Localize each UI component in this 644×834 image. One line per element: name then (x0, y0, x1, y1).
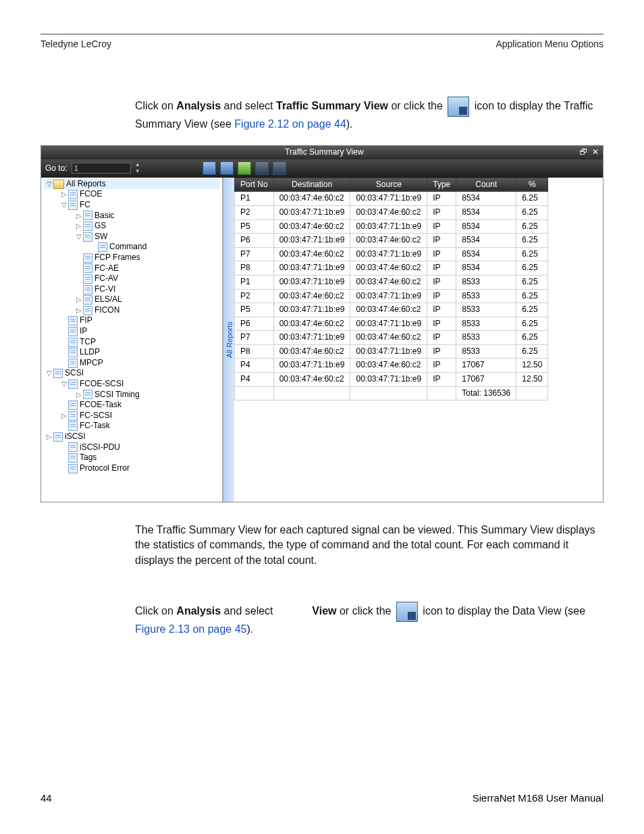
column-header[interactable]: Port No (235, 178, 274, 192)
xref-link-2[interactable]: Figure 2.13 on page 45 (135, 623, 246, 635)
tree-item[interactable]: ▷iSCSI (44, 432, 219, 442)
report-tree[interactable]: ▽All Reports▷FCOE▽FC▷Basic▷GS▽SWCommandF… (41, 178, 223, 502)
expand-icon[interactable]: ▷ (76, 306, 83, 315)
report-icon (68, 316, 78, 325)
expand-icon[interactable]: ▷ (76, 211, 83, 220)
table-row[interactable]: P600:03:47:71:1b:e900:03:47:4e:60:c2IP85… (235, 234, 548, 248)
table-cell: P8 (235, 344, 274, 359)
tree-item[interactable]: Protocol Error (44, 463, 219, 474)
tree-item[interactable]: ▽SW (44, 232, 219, 242)
tree-item[interactable]: ▷FC-SCSI (44, 411, 219, 421)
tree-item[interactable]: ▽SCSI (44, 368, 219, 379)
column-header[interactable]: % (516, 178, 548, 192)
tree-item-label: iSCSI (65, 432, 86, 441)
goto-input[interactable] (72, 163, 131, 174)
tsv-label: Traffic Summary View (276, 100, 388, 111)
table-row[interactable]: P100:03:47:71:1b:e900:03:47:4e:60:c2IP85… (235, 275, 548, 289)
tree-item[interactable]: FC-VI (44, 284, 219, 295)
tree-item-label: FC (80, 200, 90, 209)
tree-item[interactable]: TCP (44, 337, 219, 348)
table-row[interactable]: P700:03:47:71:1b:e900:03:47:4e:60:c2IP85… (235, 331, 548, 345)
tree-item[interactable]: FC-AE (44, 263, 219, 274)
tree-item[interactable]: FCP Frames (44, 253, 219, 263)
save-icon[interactable] (220, 161, 234, 175)
table-row[interactable]: P800:03:47:4e:60:c200:03:47:71:1b:e9IP85… (235, 344, 548, 359)
data-view-icon (396, 602, 418, 622)
table-row[interactable]: P200:03:47:4e:60:c200:03:47:71:1b:e9IP85… (235, 289, 548, 303)
table-row[interactable]: P500:03:47:4e:60:c200:03:47:71:1b:e9IP85… (235, 219, 548, 234)
report-icon (83, 274, 92, 284)
tree-item[interactable]: Tags (44, 452, 219, 463)
report-icon (83, 232, 92, 242)
table-row[interactable]: P800:03:47:71:1b:e900:03:47:4e:60:c2IP85… (235, 261, 548, 276)
collapse-icon[interactable]: ▽ (47, 180, 53, 188)
titlebar: Traffic Summary View 🗗 ✕ (41, 146, 603, 159)
tree-item-label: FIP (80, 315, 92, 325)
report-icon (68, 442, 78, 452)
collapse-icon[interactable]: ▽ (47, 369, 53, 377)
report-icon (68, 190, 78, 199)
tree-item[interactable]: iSCSI-PDU (44, 442, 219, 453)
report-icon (68, 359, 78, 368)
tree-item[interactable]: ▷GS (44, 221, 219, 232)
tree-item[interactable]: FCOE-Task (44, 400, 219, 411)
tree-item[interactable]: MPCP (44, 358, 219, 369)
tree-item[interactable]: ▷ELS/AL (44, 294, 219, 305)
collapse-icon[interactable]: ▽ (76, 232, 83, 241)
table-cell: 8533 (456, 275, 516, 289)
tree-item[interactable]: ▷Basic (44, 211, 219, 221)
collapse-icon[interactable]: ▽ (61, 201, 68, 209)
expand-icon[interactable]: ▷ (76, 221, 83, 230)
table-row[interactable]: P100:03:47:4e:60:c200:03:47:71:1b:e9IP85… (235, 192, 548, 206)
restore-icon[interactable]: 🗗 (579, 147, 587, 158)
expand-icon[interactable]: ▷ (61, 411, 68, 420)
side-tab-all-reports[interactable]: All Reports (223, 178, 234, 502)
table-row[interactable]: P600:03:47:4e:60:c200:03:47:71:1b:e9IP85… (235, 317, 548, 331)
table-row[interactable]: P400:03:47:71:1b:e900:03:47:4e:60:c2IP17… (235, 359, 548, 373)
column-header[interactable]: Source (350, 178, 427, 192)
data-pane: Port NoDestinationSourceTypeCount%P100:0… (234, 178, 548, 502)
table-row[interactable]: P700:03:47:4e:60:c200:03:47:71:1b:e9IP85… (235, 247, 548, 261)
table-cell: IP (427, 303, 456, 317)
report-icon (98, 242, 107, 252)
tree-item[interactable]: FC-Task (44, 421, 219, 432)
expand-icon[interactable]: ▷ (47, 432, 53, 441)
tree-item[interactable]: LLDP (44, 347, 219, 358)
expand-icon[interactable]: ▷ (76, 295, 83, 304)
collapse-icon[interactable]: ▽ (61, 380, 68, 388)
play-icon[interactable] (203, 161, 216, 175)
tree-item[interactable]: ▽All Reports (44, 179, 219, 190)
table-row[interactable]: P500:03:47:71:1b:e900:03:47:4e:60:c2IP85… (235, 303, 548, 317)
tree-item[interactable]: FIP (44, 315, 219, 326)
tree-item[interactable]: ▷FCOE (44, 189, 219, 200)
tree-item[interactable]: FC-AV (44, 273, 219, 284)
tree-item-label: SW (95, 232, 107, 241)
report-icon (53, 369, 63, 378)
spinner-up-icon[interactable]: ▲ (135, 161, 140, 168)
expand-icon[interactable]: ▷ (61, 190, 68, 199)
options-icon[interactable] (273, 161, 286, 175)
tree-item-label: FC-VI (95, 284, 115, 294)
column-header[interactable]: Type (427, 178, 456, 192)
report-icon (68, 348, 78, 357)
tree-item[interactable]: ▽FC (44, 200, 219, 211)
tree-item[interactable]: ▷SCSI Timing (44, 390, 219, 400)
tree-item[interactable]: Command (44, 242, 219, 253)
report-icon (68, 411, 78, 421)
column-header[interactable]: Count (456, 178, 516, 192)
column-header[interactable]: Destination (273, 178, 350, 192)
expand-icon[interactable]: ▷ (76, 390, 83, 399)
tree-item[interactable]: ▷FICON (44, 305, 219, 316)
spinner-down-icon[interactable]: ▼ (135, 168, 140, 175)
tree-item-label: GS (95, 221, 106, 230)
tree-item[interactable]: IP (44, 326, 219, 337)
grid-icon[interactable] (255, 161, 269, 175)
xref-link[interactable]: Figure 2.12 on page 44 (234, 118, 346, 130)
tree-item-label: IP (80, 326, 87, 336)
tree-item[interactable]: ▽FCOE-SCSI (44, 379, 219, 390)
print-icon[interactable] (238, 161, 251, 175)
page-number: 44 (41, 792, 52, 804)
close-icon[interactable]: ✕ (592, 147, 599, 158)
table-row[interactable]: P400:03:47:4e:60:c200:03:47:71:1b:e9IP17… (235, 373, 548, 387)
table-row[interactable]: P200:03:47:71:1b:e900:03:47:4e:60:c2IP85… (235, 205, 548, 219)
